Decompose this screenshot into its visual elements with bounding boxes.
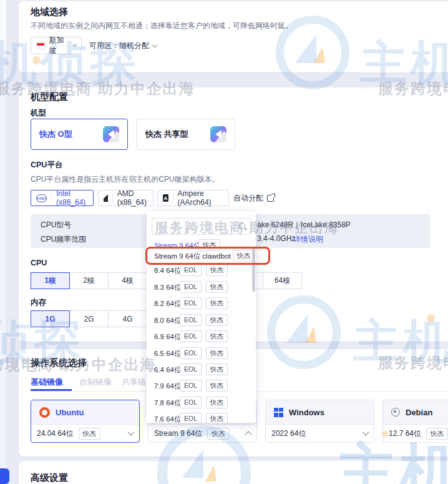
os-card-debian-header: Debian [383, 400, 448, 425]
os-card-windows-header: Windows [266, 400, 374, 425]
kuaijie-logo-icon [210, 126, 226, 142]
dropdown-option[interactable]: 8.2 64位 EOL 快杰 [154, 297, 251, 310]
singapore-flag-icon [36, 42, 45, 49]
kuaijie-badge: 快杰 [206, 314, 228, 326]
debian-version-select[interactable]: 12.7 64位 快杰 [383, 425, 448, 442]
region-section-card: 地域选择 不同地域的实例之间内网互不相通；选择靠近您客户的地域，可降低网络时延。… [19, 1, 448, 72]
dropdown-option[interactable]: 8.3 64位 EOL 快杰 [154, 281, 251, 294]
dropdown-option[interactable]: 6.9 64位 EOL 快杰 [154, 330, 251, 343]
os-name: Windows [289, 408, 324, 417]
cpu-label: CPU [31, 259, 47, 267]
stream-version-select[interactable]: Stream 9 64位 快杰 [149, 425, 256, 442]
debian-logo-icon [391, 408, 400, 417]
machine-type-kuaijie-o[interactable]: 快杰 O型 [31, 119, 128, 150]
option-label: 6.9 64位 [154, 332, 181, 342]
region-section-title: 地域选择 [31, 6, 68, 18]
kuaijie-badge: 快杰 [206, 380, 228, 392]
eol-badge: EOL [180, 397, 202, 408]
cpu-core-option-4[interactable]: 4核 [108, 272, 147, 289]
divider [173, 194, 173, 202]
dropdown-option[interactable]: 7.6 64位 EOL 快杰 [154, 413, 251, 423]
tab-base-image[interactable]: 基础镜像 [31, 377, 63, 388]
eol-badge: EOL [180, 281, 202, 293]
cpu-core-option-64[interactable]: 64核 [263, 272, 302, 289]
os-card-ubuntu[interactable]: Ubuntu 24.04 64位 快杰 [31, 400, 140, 443]
os-version: 12.7 64位 [389, 428, 421, 439]
chevron-down-icon [127, 428, 134, 435]
dropdown-search-input[interactable] [152, 218, 251, 235]
option-label: 7.8 64位 [154, 398, 181, 408]
eol-badge: EOL [180, 264, 202, 276]
cloud-console-page: 地域选择 不同地域的实例之间内网互不相通；选择靠近您客户的地域，可降低网络时延。… [0, 0, 448, 484]
dropdown-option[interactable]: 7.9 64位 EOL 快杰 [154, 380, 251, 393]
left-gutter [0, 0, 6, 484]
kuaijie-badge: 快杰 [426, 428, 448, 440]
os-version: 2022 64位 [271, 428, 306, 439]
dropdown-option[interactable]: 8.4 64位 EOL 快杰 [154, 264, 251, 277]
machine-type-label-text: 快杰 O型 [39, 129, 72, 140]
kuaijie-badge: 快杰 [206, 363, 228, 375]
kuaijie-badge: 快杰 [206, 281, 228, 293]
cpu-platform-label: AMD (x86_64) [117, 189, 148, 207]
external-link-icon [267, 195, 274, 202]
chevron-down-icon [152, 42, 157, 47]
memory-label: 内存 [31, 297, 46, 308]
region-select[interactable]: 新加坡 [31, 37, 82, 54]
chevron-down-icon [72, 42, 77, 47]
cpu-freq-detail-link[interactable]: 详情说明 [293, 234, 323, 245]
cpu-platform-desc: CPU平台属性是指云主机所在宿主机的CPU微架构版本。 [31, 174, 220, 185]
os-card-ubuntu-header: Ubuntu [31, 400, 139, 425]
cpu-platform-ampere[interactable]: A Ampere (AArch64) [157, 190, 229, 206]
option-label: 8.3 64位 [154, 283, 181, 292]
option-label: 6.5 64位 [154, 349, 181, 358]
dropdown-option[interactable]: 6.4 64位 EOL 快杰 [154, 363, 251, 377]
cpu-freq-value: 3.4-4.0GHz [257, 234, 295, 243]
os-version: 24.04 64位 [37, 428, 74, 439]
dropdown-option[interactable]: 8.0 64位 EOL 快杰 [154, 314, 251, 327]
eol-badge: EOL [180, 330, 202, 342]
chevron-up-icon [245, 431, 251, 438]
auto-assign-label: 自动分配 [233, 193, 263, 204]
left-gutter-divider [6, 0, 7, 484]
kuaijie-badge: 快杰 [206, 297, 228, 309]
ampere-logo-icon: A [163, 194, 168, 202]
machine-type-kuaijie-shared[interactable]: 快杰 共享型 [137, 119, 235, 150]
cpu-core-option-2[interactable]: 2核 [69, 272, 109, 289]
dropdown-option[interactable]: 6.5 64位 EOL 快杰 [154, 347, 251, 360]
eol-badge: EOL [180, 347, 202, 359]
cpu-platform-auto-assign[interactable]: 自动分配 [233, 193, 274, 204]
memory-option-4g[interactable]: 4G [108, 310, 147, 327]
ubuntu-logo-icon [39, 407, 50, 418]
chevron-down-icon [362, 428, 369, 435]
machine-type-label: 机型 [31, 108, 46, 119]
zone-select[interactable]: 可用区：随机分配 [89, 41, 157, 51]
kuaijie-badge: 快杰 [206, 264, 228, 276]
search-icon [239, 223, 245, 229]
cpu-platform-intel[interactable]: intel Intel (x86_64) [31, 190, 94, 206]
memory-option-1g[interactable]: 1G [31, 310, 70, 327]
cpu-platform-label: Intel (x86_64) [56, 189, 88, 207]
eol-badge: EOL [180, 297, 202, 309]
kuaijie-badge: 快杰 [79, 428, 100, 440]
option-label: 8.0 64位 [154, 316, 181, 325]
machine-config-title: 机型配置 [31, 91, 68, 103]
option-label: 8.4 64位 [154, 266, 181, 275]
windows-version-select[interactable]: 2022 64位 [266, 425, 374, 442]
cpu-core-option-1[interactable]: 1核 [31, 272, 70, 289]
kuaijie-badge: 快杰 [206, 397, 228, 408]
os-version: Stream 9 64位 [154, 428, 202, 439]
region-select-value: 新加坡 [49, 35, 69, 56]
cpu-platform-amd[interactable]: AMD (x86_64) [98, 190, 153, 206]
os-card-windows[interactable]: Windows 2022 64位 [265, 400, 374, 443]
kuaijie-logo-icon [103, 126, 119, 142]
os-card-debian[interactable]: Debian 12.7 64位 快杰 [382, 400, 448, 443]
ubuntu-version-select[interactable]: 24.04 64位 快杰 [31, 425, 139, 442]
machine-type-label-text: 快杰 共享型 [145, 129, 188, 140]
windows-logo-icon [274, 408, 283, 417]
memory-option-2g[interactable]: 2G [69, 310, 109, 327]
dropdown-option[interactable]: 7.8 64位 EOL 快杰 [154, 397, 251, 410]
tab-custom-image[interactable]: 自制镜像 [79, 377, 112, 388]
eol-badge: EOL [180, 363, 202, 375]
floating-widget-tab[interactable] [0, 468, 9, 484]
region-section-desc: 不同地域的实例之间内网互不相通；选择靠近您客户的地域，可降低网络时延。 [31, 21, 293, 31]
